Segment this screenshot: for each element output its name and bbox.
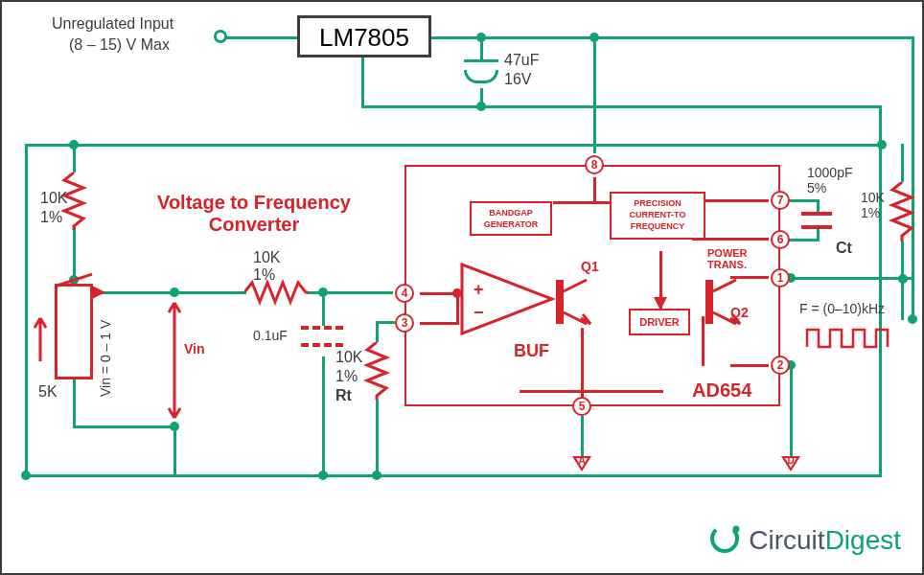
cap-c2 <box>301 326 343 347</box>
r1-value: 10K <box>40 190 67 207</box>
pin-3: 3 <box>395 313 414 333</box>
ic-name: AD654 <box>692 380 751 402</box>
output-label: F = (0–10)kHz <box>799 301 885 316</box>
block-driver: DRIVER <box>629 309 690 335</box>
power-trans-label: POWER TRANS. <box>707 247 748 270</box>
logo-text-2: Digest <box>825 525 901 555</box>
r1-tol: 1% <box>40 209 62 226</box>
r-series-tol: 1% <box>253 266 275 284</box>
resistor-rt <box>362 342 391 400</box>
svg-rect-3 <box>705 280 713 324</box>
logo-text-1: Circuit <box>749 525 824 555</box>
c1-voltage: 16V <box>504 71 531 88</box>
wire-gnd-bottom <box>25 474 882 477</box>
wire-c2-top <box>322 291 325 326</box>
input-label-1: Unregulated Input <box>52 15 173 33</box>
svg-text:+: + <box>474 280 484 299</box>
wire-pin2-gnd <box>790 364 793 456</box>
wire-r1-top <box>73 144 76 172</box>
c1-value: 47uF <box>504 52 539 69</box>
rt-name: Rt <box>335 387 352 404</box>
block-bandgap: BANDGAP GENERATOR <box>470 201 552 236</box>
wire-reg-gnd <box>361 58 364 107</box>
wire-rup-top <box>901 144 904 182</box>
regulator-lm7805: LM7805 <box>297 15 431 58</box>
wire-fout-h <box>780 277 914 280</box>
logo: CircuitDigest <box>707 522 902 556</box>
wire-ct-6v <box>817 228 820 242</box>
block-buf: +− <box>460 263 556 335</box>
wire-5v-left-down <box>25 144 28 476</box>
c2-value: 0.1uF <box>253 328 288 343</box>
wire-int-pin8 <box>593 177 596 202</box>
driver-label: DRIVER <box>639 316 680 328</box>
node-c2-gnd <box>318 471 328 480</box>
vin-label: Vin <box>184 341 205 356</box>
wire-int-2 <box>730 364 769 367</box>
wire-int-5h <box>520 390 663 393</box>
wire-rt-top <box>376 323 379 342</box>
svg-text:−: − <box>474 303 484 322</box>
ct-name: Ct <box>836 240 852 257</box>
cap-c1 <box>464 59 498 83</box>
ct-tol: 5% <box>807 180 826 196</box>
q1-label: Q1 <box>581 259 599 274</box>
wire-5v-left-top <box>25 144 884 147</box>
svg-point-5 <box>732 526 739 533</box>
pin-8: 8 <box>585 155 604 174</box>
wire-gnd-right <box>480 105 882 108</box>
precision-label: PRECISION CURRENT-TO FREQUENCY <box>630 198 686 231</box>
pin-5: 5 <box>572 397 591 416</box>
pin-6: 6 <box>771 230 790 249</box>
wire-ct-7v <box>817 199 820 213</box>
pin-2: 2 <box>771 356 790 375</box>
wire-r1-bot <box>73 227 76 280</box>
wire-input-to-reg <box>222 36 299 39</box>
wire-int-q1-e <box>581 328 584 390</box>
wire-5v-to-pin8 <box>593 36 596 153</box>
node-bl <box>21 471 31 480</box>
node-vin <box>170 288 179 297</box>
output-waveform-icon <box>805 326 891 351</box>
rup-tol: 1% <box>861 205 880 220</box>
ct-value: 1000pF <box>807 165 852 180</box>
pin-1: 1 <box>771 268 790 288</box>
wire-rt-to-pin3 <box>376 321 395 324</box>
wire-gnd-join <box>361 105 483 108</box>
pot-arrow <box>31 309 50 366</box>
transistor-q1 <box>554 276 598 328</box>
r-series-value: 10K <box>253 249 280 266</box>
wire-pin5-gnd <box>581 416 584 456</box>
block-precision: PRECISION CURRENT-TO FREQUENCY <box>610 192 705 240</box>
wire-pot-bot <box>73 380 76 427</box>
wire-pot-to-gnd <box>73 426 176 428</box>
vin-range-arrow <box>167 297 182 424</box>
svg-rect-2 <box>556 280 564 324</box>
buf-label: BUF <box>514 341 549 361</box>
q2-label: Q2 <box>730 305 749 320</box>
node-fout-5v <box>908 314 917 324</box>
gnd-analog-label: A <box>578 455 585 466</box>
regulator-label: LM7805 <box>319 23 409 52</box>
node-rup <box>898 274 908 284</box>
input-label-2: (8 – 15) V Max <box>69 36 170 54</box>
wire-c1-top <box>480 36 483 59</box>
wire-gnd-right-down <box>879 105 882 476</box>
wire-vin-gnd-down <box>173 426 176 476</box>
rt-tol: 1% <box>335 368 358 385</box>
rup-value: 10K <box>861 190 885 205</box>
pot-wiper-arrow <box>90 284 105 301</box>
node-5v-tr <box>877 140 887 150</box>
bandgap-label: BANDGAP GENERATOR <box>484 208 539 229</box>
input-terminal <box>214 30 227 43</box>
wire-c2-bot <box>322 356 325 476</box>
wire-reg-out-top <box>429 36 914 39</box>
wire-int-pin3 <box>420 322 458 325</box>
logo-icon <box>707 522 742 555</box>
pin-7: 7 <box>771 191 790 210</box>
resistor-r-pullup <box>888 182 916 242</box>
title-label: Voltage to Frequency Converter <box>144 192 364 236</box>
potentiometer <box>55 284 93 380</box>
pot-value: 5K <box>38 383 58 401</box>
gnd-digital-label: D <box>787 455 794 466</box>
